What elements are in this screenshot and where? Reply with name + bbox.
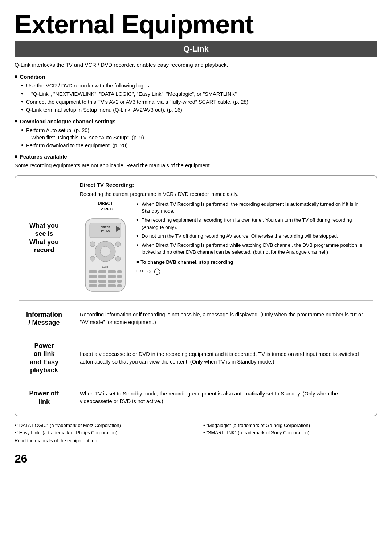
- feature-row-poweroff: Power offlink When TV is set to Standby …: [15, 379, 377, 416]
- dvb-stop: To change DVB channel, stop recording EX…: [136, 259, 370, 276]
- dtv-bullet-2: The recording equipment is recording fro…: [136, 217, 370, 231]
- feature-row-wisiwyg: What yousee isWhat yourecord Direct TV R…: [15, 176, 377, 300]
- trademarks: "DATA LOGIC" (a trademark of Metz Corpor…: [15, 422, 377, 436]
- direct-tv-header: Direct TV Recording:: [80, 181, 370, 189]
- svg-rect-13: [98, 270, 106, 273]
- remote-diagram: DIRECTTV REC DIRECT TV REC: [80, 201, 131, 295]
- logos-text: "Q-Link", "NEXTVIEWLINK", "DATA LOGIC", …: [31, 90, 377, 98]
- svg-rect-19: [117, 275, 122, 278]
- svg-rect-27: [117, 284, 122, 287]
- svg-text:DIRECT: DIRECT: [101, 226, 110, 229]
- condition-bullet-logos: "Q-Link", "NEXTVIEWLINK", "DATA LOGIC", …: [21, 90, 377, 98]
- trademark-1: "DATA LOGIC" (a trademark of Metz Corpor…: [15, 422, 189, 429]
- svg-rect-17: [98, 275, 106, 278]
- svg-rect-24: [89, 284, 97, 287]
- dtv-bullet-4: When Direct TV Recording is performed wh…: [136, 242, 370, 256]
- svg-rect-20: [89, 280, 97, 283]
- feature-label-poweron: Poweron linkand Easyplayback: [15, 337, 73, 379]
- svg-rect-12: [89, 270, 97, 273]
- page-title: External Equipment: [15, 11, 377, 38]
- feature-content-wisiwyg: Direct TV Recording: Recording the curre…: [73, 176, 377, 300]
- svg-rect-21: [98, 280, 106, 283]
- svg-rect-23: [117, 280, 122, 283]
- svg-point-9: [90, 256, 95, 261]
- download-bullet-1: Perform Auto setup. (p. 20) When first u…: [21, 127, 377, 141]
- trademark-3: "Megalogic" (a trademark of Grundig Corp…: [203, 422, 377, 429]
- exit-circle-icon: ◯: [154, 267, 160, 275]
- dtv-bullet-3: Do not turn the TV off during recording …: [136, 233, 370, 240]
- condition-heading: Condition: [15, 73, 377, 81]
- svg-text:TV REC: TV REC: [101, 230, 110, 232]
- direct-tv-subheader: Recording the current programme in VCR /…: [80, 190, 370, 198]
- poweroff-text: When TV is set to Standby mode, the reco…: [80, 390, 370, 405]
- svg-point-6: [100, 246, 110, 257]
- arrow-icon: ➩: [147, 268, 152, 275]
- dvb-stop-heading: To change DVB channel, stop recording: [136, 259, 370, 266]
- download-heading: Download analogue channel settings: [15, 118, 377, 125]
- svg-point-7: [90, 242, 95, 247]
- svg-rect-18: [108, 275, 116, 278]
- condition-bullet-3: Q-Link terminal setup in Setup menu (Q-L…: [21, 106, 377, 114]
- condition-bullet-1: Use the VCR / DVD recorder with the foll…: [21, 82, 377, 89]
- svg-point-8: [115, 242, 121, 247]
- svg-rect-15: [117, 270, 122, 273]
- feature-table: What yousee isWhat yourecord Direct TV R…: [15, 175, 377, 416]
- exit-label: EXIT: [136, 268, 145, 274]
- features-note: Some recording equipments are not applic…: [15, 162, 377, 169]
- feature-content-info: Recording information or if recording is…: [73, 301, 377, 337]
- feature-row-info: Information/ Message Recording informati…: [15, 301, 377, 337]
- page-number: 26: [15, 451, 377, 467]
- remote-svg: DIRECT TV REC EXIT: [82, 215, 129, 295]
- svg-rect-16: [89, 275, 97, 278]
- feature-label-wisiwyg: What yousee isWhat yourecord: [15, 176, 73, 300]
- feature-row-poweron: Poweron linkand Easyplayback Insert a vi…: [15, 337, 377, 379]
- condition-list: Use the VCR / DVD recorder with the foll…: [21, 82, 377, 114]
- direct-tv-body: DIRECTTV REC DIRECT TV REC: [80, 201, 370, 295]
- download-list: Perform Auto setup. (p. 20) When first u…: [21, 127, 377, 149]
- svg-rect-25: [98, 284, 106, 287]
- svg-rect-14: [108, 270, 116, 273]
- features-heading: Features available: [15, 153, 377, 160]
- exit-arrow: EXIT ➩ ◯: [136, 267, 370, 275]
- svg-point-10: [115, 256, 121, 261]
- download-bullet-2: Perform download to the equipment. (p. 2…: [21, 142, 377, 149]
- feature-label-poweroff: Power offlink: [15, 379, 73, 416]
- intro-text: Q-Link interlocks the TV and VCR / DVD r…: [15, 61, 377, 69]
- svg-rect-22: [108, 280, 116, 283]
- dtv-bullet-1: When Direct TV Recording is performed, t…: [136, 201, 370, 215]
- feature-content-poweron: Insert a videocassette or DVD in the rec…: [73, 337, 377, 379]
- svg-rect-26: [108, 284, 116, 287]
- direct-tv-rec-label: DIRECTTV REC: [98, 201, 113, 212]
- auto-setup-note: When first using this TV, see "Auto Setu…: [31, 134, 377, 141]
- direct-tv-bullets: When Direct TV Recording is performed, t…: [136, 201, 370, 295]
- feature-content-poweroff: When TV is set to Standby mode, the reco…: [73, 379, 377, 416]
- trademark-4: "SMARTLINK" (a trademark of Sony Corpora…: [203, 430, 377, 436]
- info-text: Recording information or if recording is…: [80, 311, 370, 326]
- condition-bullet-2: Connect the equipment to this TV's AV2 o…: [21, 98, 377, 106]
- poweron-text: Insert a videocassette or DVD in the rec…: [80, 350, 370, 366]
- trademark-2: "Easy Link" (a trademark of Philips Corp…: [15, 430, 189, 436]
- trademark-note: Read the manuals of the equipment too.: [15, 438, 377, 444]
- feature-label-info: Information/ Message: [15, 301, 73, 337]
- dvb-stop-item: To change DVB channel, stop recording EX…: [136, 259, 370, 276]
- section-title-bar: Q-Link: [15, 41, 377, 57]
- svg-text:EXIT: EXIT: [102, 265, 109, 268]
